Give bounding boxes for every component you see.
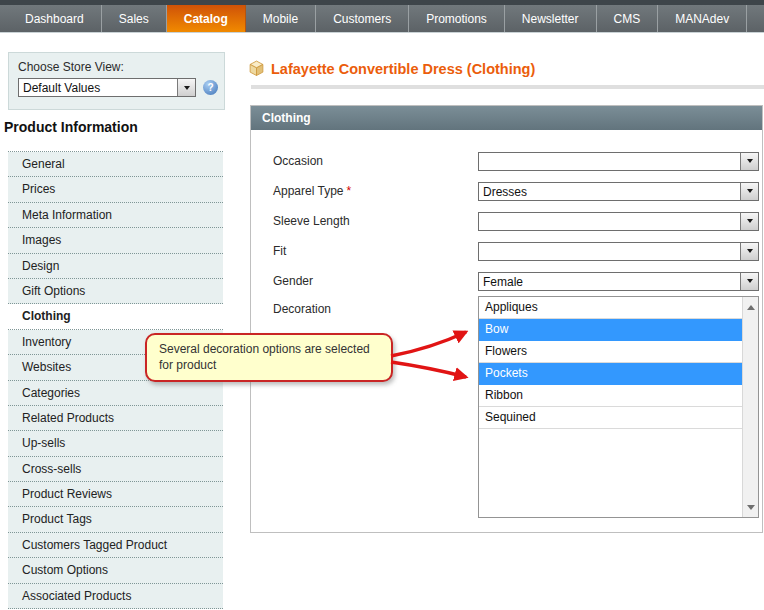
chevron-down-icon[interactable]	[740, 273, 758, 290]
clothing-panel: Clothing OccasionApparel Type*DressesSle…	[250, 105, 763, 533]
decoration-option-pockets[interactable]: Pockets	[479, 363, 742, 385]
decoration-label: Decoration	[273, 296, 478, 316]
apparel-type-select[interactable]: Dresses	[478, 182, 759, 201]
chevron-down-icon[interactable]	[740, 183, 758, 200]
decoration-option-bow[interactable]: Bow	[479, 319, 742, 341]
gender-row: GenderFemale	[251, 266, 762, 296]
field-label-text: Fit	[273, 244, 286, 258]
fit-label: Fit	[273, 244, 478, 258]
sleeve-length-row: Sleeve Length	[251, 206, 762, 236]
chevron-down-icon[interactable]	[740, 243, 758, 260]
occasion-row: Occasion	[251, 146, 762, 176]
sidebar-item-product-reviews[interactable]: Product Reviews	[8, 482, 223, 507]
apparel-type-row: Apparel Type*Dresses	[251, 176, 762, 206]
fit-row: Fit	[251, 236, 762, 266]
sidebar-item-clothing[interactable]: Clothing	[8, 304, 223, 329]
nav-tab-cms[interactable]: CMS	[597, 5, 659, 32]
apparel-type-label: Apparel Type*	[273, 184, 478, 198]
sleeve-length-select[interactable]	[478, 212, 759, 231]
scroll-down-icon[interactable]	[743, 499, 758, 515]
sidebar-item-associated-products[interactable]: Associated Products	[8, 584, 223, 609]
nav-tab-reports[interactable]: Reports	[747, 5, 764, 32]
page-title: Lafayette Convertible Dress (Clothing)	[271, 61, 535, 77]
sidebar-item-categories[interactable]: Categories	[8, 381, 223, 406]
select-value: Dresses	[479, 183, 740, 200]
required-asterisk: *	[347, 184, 352, 198]
nav-tab-newsletter[interactable]: Newsletter	[505, 5, 597, 32]
field-label-text: Occasion	[273, 154, 323, 168]
field-label-text: Gender	[273, 274, 313, 288]
occasion-label: Occasion	[273, 154, 478, 168]
sidebar-item-custom-options[interactable]: Custom Options	[8, 558, 223, 583]
sidebar-item-gift-options[interactable]: Gift Options	[8, 279, 223, 304]
store-view-label: Choose Store View:	[18, 60, 224, 74]
fit-select[interactable]	[478, 242, 759, 261]
sidebar-item-meta-information[interactable]: Meta Information	[8, 203, 223, 228]
field-label-text: Sleeve Length	[273, 214, 350, 228]
annotation-callout: Several decoration options are selected …	[145, 333, 393, 382]
field-label-text: Apparel Type	[273, 184, 344, 198]
sidebar-item-design[interactable]: Design	[8, 254, 223, 279]
clothing-form: OccasionApparel Type*DressesSleeve Lengt…	[251, 130, 762, 296]
sidebar-item-customers-tagged-product[interactable]: Customers Tagged Product	[8, 533, 223, 558]
scroll-up-icon[interactable]	[743, 299, 758, 315]
sidebar-item-product-tags[interactable]: Product Tags	[8, 507, 223, 532]
gender-select[interactable]: Female	[478, 272, 759, 291]
decoration-option-ribbon[interactable]: Ribbon	[479, 385, 742, 407]
nav-tab-customers[interactable]: Customers	[316, 5, 409, 32]
sidebar-item-general[interactable]: General	[8, 152, 223, 177]
decoration-scrollbar[interactable]	[742, 297, 758, 517]
nav-tab-dashboard[interactable]: Dashboard	[8, 5, 102, 32]
sidebar-item-related-products[interactable]: Related Products	[8, 406, 223, 431]
decoration-option-sequined[interactable]: Sequined	[479, 407, 742, 429]
sidebar-heading: Product Information	[4, 119, 138, 135]
select-value	[479, 243, 740, 260]
select-value	[479, 153, 740, 170]
select-value: Female	[479, 273, 740, 290]
decoration-options: AppliquesBowFlowersPocketsRibbonSequined	[479, 297, 742, 429]
nav-tab-catalog[interactable]: Catalog	[167, 5, 246, 32]
store-view-box: Choose Store View: Default Values ?	[8, 52, 225, 110]
title-divider	[251, 85, 764, 89]
sleeve-length-label: Sleeve Length	[273, 214, 478, 228]
store-view-select[interactable]: Default Values	[18, 78, 196, 97]
decoration-option-flowers[interactable]: Flowers	[479, 341, 742, 363]
help-icon[interactable]: ?	[203, 80, 218, 95]
decoration-multiselect[interactable]: AppliquesBowFlowersPocketsRibbonSequined	[478, 296, 759, 518]
chevron-down-icon[interactable]	[740, 213, 758, 230]
nav-tab-mobile[interactable]: Mobile	[246, 5, 316, 32]
chevron-down-icon[interactable]	[177, 79, 195, 96]
decoration-row: Decoration AppliquesBowFlowersPocketsRib…	[251, 296, 762, 518]
decoration-option-appliques[interactable]: Appliques	[479, 297, 742, 319]
select-value	[479, 213, 740, 230]
panel-header: Clothing	[251, 106, 762, 130]
nav-tab-promotions[interactable]: Promotions	[409, 5, 505, 32]
sidebar-item-up-sells[interactable]: Up-sells	[8, 431, 223, 456]
sidebar-item-cross-sells[interactable]: Cross-sells	[8, 457, 223, 482]
top-navigation: DashboardSalesCatalogMobileCustomersProm…	[0, 0, 764, 34]
sidebar-item-images[interactable]: Images	[8, 228, 223, 253]
sidebar-item-prices[interactable]: Prices	[8, 177, 223, 202]
nav-tab-sales[interactable]: Sales	[102, 5, 167, 32]
store-view-value: Default Values	[19, 79, 177, 96]
chevron-down-icon[interactable]	[740, 153, 758, 170]
nav-tab-bar: DashboardSalesCatalogMobileCustomersProm…	[0, 5, 764, 33]
occasion-select[interactable]	[478, 152, 759, 171]
nav-tab-manadev[interactable]: MANAdev	[658, 5, 747, 32]
package-icon	[248, 60, 265, 77]
gender-label: Gender	[273, 274, 478, 288]
